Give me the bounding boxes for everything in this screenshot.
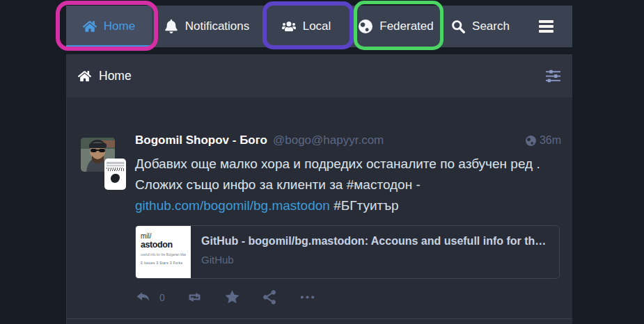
share-icon <box>262 289 278 305</box>
timeline: Bogomil Shopov - Бого @bogo@hapyyr.com 3… <box>66 97 572 324</box>
reply-count: 0 <box>159 292 165 303</box>
status-body: Добавих още малко хора и подредих остана… <box>135 154 553 216</box>
mastodon-app: Home Notifications Local Federated Searc… <box>0 0 644 324</box>
home-icon <box>78 70 91 83</box>
search-icon <box>451 19 465 33</box>
tab-home[interactable]: Home <box>66 6 152 47</box>
more-button[interactable] <box>299 289 315 305</box>
card-text: GitHub - bogomil/bg.mastodon: Accouns an… <box>191 226 556 278</box>
ellipsis-icon <box>299 289 315 305</box>
column-header[interactable]: Home <box>66 54 572 97</box>
sticker-overlay <box>104 159 126 190</box>
tab-notifications[interactable]: Notifications <box>152 6 262 47</box>
card-thumbnail: mil/ astodon usefull info for the Bulgar… <box>136 226 191 278</box>
column-settings-button[interactable] <box>546 69 560 83</box>
link-preview-card[interactable]: mil/ astodon usefull info for the Bulgar… <box>135 225 560 279</box>
reply-icon <box>135 289 151 305</box>
tab-notifications-label: Notifications <box>185 19 250 33</box>
thumb-repo-line2: astodon <box>141 240 186 250</box>
tab-search[interactable]: Search <box>441 6 519 47</box>
status-text-separator: - <box>412 177 421 192</box>
menu-button[interactable] <box>519 6 572 47</box>
boost-button[interactable] <box>187 289 203 305</box>
thumb-repo-line1: mil/ <box>141 232 186 240</box>
thumb-caption: usefull info for the Bulgarian Mastodo <box>141 253 186 257</box>
tab-local-label: Local <box>303 19 331 33</box>
public-visibility-icon <box>526 136 536 146</box>
tab-federated-label: Federated <box>379 19 434 33</box>
sliders-icon <box>546 69 560 83</box>
status-divider <box>67 318 572 319</box>
tab-federated[interactable]: Federated <box>351 6 441 47</box>
share-button[interactable] <box>262 289 278 305</box>
tab-local[interactable]: Local <box>262 6 351 47</box>
tab-search-label: Search <box>472 19 510 33</box>
status-byline: Bogomil Shopov - Бого @bogo@hapyyr.com 3… <box>135 133 561 147</box>
status-text: Добавих още малко хора и подредих остана… <box>135 156 540 192</box>
hashtag-link[interactable]: #мастодон <box>347 177 412 192</box>
card-provider: GitHub <box>201 254 546 266</box>
status-action-bar: 0 <box>135 289 561 305</box>
card-title: GitHub - bogomil/bg.mastodon: Accouns an… <box>201 235 546 248</box>
globe-icon <box>359 19 372 33</box>
tab-home-label: Home <box>104 19 135 33</box>
home-icon <box>83 19 97 33</box>
author-display-name[interactable]: Bogomil Shopov - Бого <box>135 133 267 147</box>
status: Bogomil Shopov - Бого @bogo@hapyyr.com 3… <box>135 133 561 305</box>
thumb-stats: 0 Issues 3 Stars 3 Forks <box>141 261 186 265</box>
status-time[interactable]: 36m <box>526 134 561 147</box>
boost-icon <box>187 289 203 305</box>
star-icon <box>224 289 240 305</box>
reply-button[interactable]: 0 <box>135 289 165 305</box>
users-icon <box>282 19 296 33</box>
column-title: Home <box>99 69 132 83</box>
external-link[interactable]: github.com/bogomil/bg.mastodon <box>135 198 330 213</box>
bell-icon <box>164 19 178 33</box>
favourite-button[interactable] <box>224 289 240 305</box>
hashtag-link[interactable]: #БГтуитър <box>333 198 399 213</box>
hamburger-icon <box>539 18 553 35</box>
author-handle[interactable]: @bogo@hapyyr.com <box>273 133 384 147</box>
timestamp: 36m <box>540 134 561 147</box>
top-nav-bar: Home Notifications Local Federated Searc… <box>66 6 572 47</box>
